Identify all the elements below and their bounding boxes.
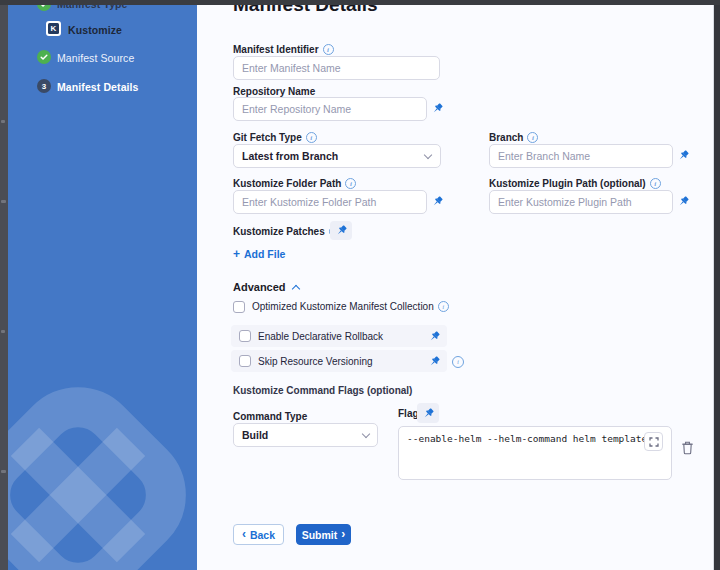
info-icon[interactable]: i (452, 356, 464, 368)
advanced-toggle[interactable]: Advanced (233, 281, 299, 293)
kustomize-folder-path-label: Kustomize Folder Path i (233, 178, 356, 189)
chevron-left-icon: ‹ (242, 528, 246, 540)
branch-input[interactable] (489, 144, 673, 168)
step-label: Manifest Details (57, 81, 139, 93)
manifest-identifier-label: Manifest Identifier i (233, 44, 334, 55)
kustomize-folder-path-input[interactable] (233, 190, 427, 214)
git-fetch-type-label: Git Fetch Type i (233, 132, 317, 143)
info-icon[interactable]: i (650, 178, 661, 189)
check-icon (37, 50, 51, 64)
info-icon[interactable]: i (438, 301, 449, 312)
branch-label: Branch i (489, 132, 538, 143)
kustomize-plugin-path-label: Kustomize Plugin Path (optional) i (489, 178, 661, 189)
runtime-input-pin-icon (422, 407, 435, 420)
wizard-sidebar: Manifest Type K Kustomize Manifest Sourc… (8, 0, 197, 570)
info-icon[interactable]: i (527, 132, 538, 143)
add-file-button[interactable]: + Add File (233, 247, 285, 261)
patches-pin-button[interactable] (330, 221, 352, 240)
command-type-label: Command Type (233, 411, 307, 422)
runtime-input-pin-icon[interactable] (431, 195, 444, 208)
step-number-badge: 3 (37, 79, 51, 93)
git-fetch-type-select[interactable]: Latest from Branch (233, 144, 441, 168)
skip-versioning-checkbox[interactable] (239, 355, 251, 367)
underlying-page-left-edge (0, 0, 8, 570)
optimized-kustomize-checkbox[interactable] (233, 301, 245, 313)
runtime-input-pin-icon[interactable] (431, 102, 444, 115)
underlying-page-top-edge (0, 0, 720, 5)
kustomize-icon: K (46, 21, 61, 36)
expand-editor-button[interactable] (644, 432, 663, 451)
chevron-right-icon: › (341, 528, 345, 540)
command-flags-section-label: Kustomize Command Flags (optional) (233, 385, 412, 396)
delete-flag-icon[interactable] (681, 440, 694, 455)
runtime-input-pin-icon (335, 224, 348, 237)
repository-name-label: Repository Name (233, 86, 315, 97)
runtime-input-pin-icon[interactable] (428, 330, 441, 343)
runtime-input-pin-icon[interactable] (428, 355, 441, 368)
runtime-input-pin-icon[interactable] (677, 149, 690, 162)
declarative-rollback-checkbox[interactable] (239, 330, 251, 342)
info-icon[interactable]: i (345, 178, 356, 189)
step-label: Kustomize (68, 24, 122, 36)
plus-icon: + (233, 247, 240, 261)
step-label: Manifest Source (57, 52, 134, 64)
info-icon[interactable]: i (323, 44, 334, 55)
kustomize-patches-label: Kustomize Patches i (233, 226, 340, 237)
expand-icon (649, 437, 659, 447)
kustomize-plugin-path-input[interactable] (489, 190, 673, 214)
optimized-kustomize-label: Optimized Kustomize Manifest Collection … (252, 301, 449, 312)
flag-label: Flag (398, 408, 419, 419)
declarative-rollback-label: Enable Declarative Rollback (258, 331, 383, 342)
manifest-details-drawer: Manifest Type K Kustomize Manifest Sourc… (0, 0, 720, 570)
info-icon[interactable]: i (306, 132, 317, 143)
repository-name-input[interactable] (233, 97, 427, 121)
chevron-up-icon (291, 284, 299, 292)
back-button[interactable]: ‹ Back (233, 524, 284, 545)
flag-textarea[interactable]: --enable-helm --helm-command helm templa… (398, 426, 672, 480)
submit-button[interactable]: Submit › (296, 524, 351, 545)
flag-pin-button[interactable] (417, 403, 439, 423)
skip-versioning-label: Skip Resource Versioning (258, 356, 373, 367)
manifest-identifier-input[interactable] (233, 56, 440, 80)
underlying-page-right-edge (714, 0, 720, 570)
command-type-select[interactable]: Build (233, 423, 378, 447)
harness-logo-watermark (8, 345, 197, 570)
runtime-input-pin-icon[interactable] (677, 195, 690, 208)
